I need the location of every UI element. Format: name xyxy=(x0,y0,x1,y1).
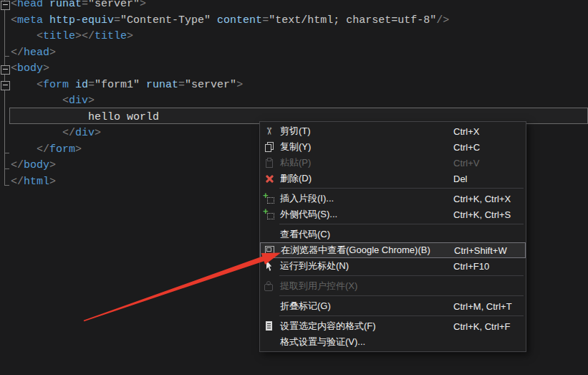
context-menu: 剪切(T)Ctrl+X复制(Y)Ctrl+C粘贴(P)Ctrl+V删除(D)De… xyxy=(259,121,526,352)
code-line[interactable]: <div> xyxy=(11,93,588,110)
code-token: = xyxy=(88,79,95,91)
code-token: = xyxy=(114,14,120,27)
code-token: "form1" xyxy=(95,79,140,91)
screenshot-root: { "colors": { "editor_background": "#1b1… xyxy=(0,0,588,375)
code-line[interactable]: <meta http-equiv="Content-Type" content=… xyxy=(11,13,588,29)
code-token: http-equiv xyxy=(43,14,114,27)
code-token: runat xyxy=(140,79,178,91)
code-token: ></ xyxy=(75,30,95,42)
scissors-icon xyxy=(263,125,276,137)
menu-item-run-to-cursor[interactable]: 运行到光标处(N)Ctrl+F10 xyxy=(260,258,526,274)
context-menu-items: 剪切(T)Ctrl+X复制(Y)Ctrl+C粘贴(P)Ctrl+V删除(D)De… xyxy=(260,123,526,350)
code-token: head xyxy=(24,47,49,59)
code-line[interactable]: <head runat="server"> xyxy=(11,0,588,13)
menu-item-copy[interactable]: 复制(Y)Ctrl+C xyxy=(260,139,526,155)
code-token: > xyxy=(43,62,49,75)
code-token: content xyxy=(211,14,262,27)
code-token: runat xyxy=(43,0,82,10)
surround-with-icon xyxy=(263,209,276,220)
code-line[interactable]: <form id="form1" runat="server"> xyxy=(11,77,588,94)
code-token: > xyxy=(95,127,101,139)
code-token: hello world xyxy=(11,111,159,123)
code-token: < xyxy=(11,30,43,42)
menu-item-collapse-tag[interactable]: 折叠标记(G)Ctrl+M, Ctrl+T xyxy=(260,298,526,314)
code-token: /> xyxy=(436,14,449,27)
code-token: form xyxy=(43,79,69,91)
code-token: id xyxy=(69,79,88,91)
code-token: body xyxy=(24,159,49,171)
code-token: body xyxy=(17,62,43,75)
menu-item-format-selection[interactable]: 设置选定内容的格式(F)Ctrl+K, Ctrl+F xyxy=(260,318,526,334)
code-token: = xyxy=(262,14,269,27)
menu-item-label: 删除(D) xyxy=(280,172,312,185)
menu-item-view-in-browser[interactable]: 在浏览器中查看(Google Chrome)(B)Ctrl+Shift+W xyxy=(260,242,526,258)
menu-item-label: 复制(Y) xyxy=(280,141,311,153)
menu-item-label: 查看代码(C) xyxy=(280,228,330,241)
code-token: > xyxy=(236,79,243,91)
fold-end-corner xyxy=(4,185,9,186)
code-token: < xyxy=(11,79,43,91)
menu-item-shortcut: Ctrl+K, Ctrl+F xyxy=(453,321,510,332)
menu-item-extract-user-control[interactable]: 提取到用户控件(X) xyxy=(260,278,526,294)
menu-item-view-code[interactable]: 查看代码(C) xyxy=(260,227,526,242)
menu-item-label: 外侧代码(S)... xyxy=(280,208,337,221)
code-token: > xyxy=(140,0,146,10)
menu-item-delete[interactable]: 删除(D)Del xyxy=(260,171,526,186)
code-token: = xyxy=(178,79,185,91)
code-token: "server" xyxy=(185,79,236,91)
fold-end-corner xyxy=(4,168,9,169)
menu-item-surround-with[interactable]: 外侧代码(S)...Ctrl+K, Ctrl+S xyxy=(260,207,526,222)
menu-item-label: 折叠标记(G) xyxy=(280,300,331,313)
menu-item-insert-snippet[interactable]: 插入片段(I)...Ctrl+K, Ctrl+X xyxy=(260,191,526,207)
code-token: html xyxy=(24,176,49,188)
code-token: > xyxy=(49,47,56,59)
menu-item-shortcut: Ctrl+X xyxy=(453,126,479,137)
code-token: div xyxy=(69,95,88,107)
code-token: < xyxy=(11,0,17,10)
code-token: "server" xyxy=(88,0,140,10)
menu-item-shortcut: Ctrl+C xyxy=(453,142,480,153)
menu-item-label: 设置选定内容的格式(F) xyxy=(280,320,376,333)
menu-item-label: 运行到光标处(N) xyxy=(280,260,349,272)
menu-item-label: 格式设置与验证(V)... xyxy=(280,336,365,348)
fold-collapse-box[interactable] xyxy=(1,81,10,90)
menu-item-label: 插入片段(I)... xyxy=(280,192,334,205)
code-token: > xyxy=(127,30,133,42)
code-line[interactable]: </head> xyxy=(11,45,588,62)
code-token: > xyxy=(75,143,82,156)
code-token: "Content-Type" xyxy=(120,14,211,27)
fold-end-corner xyxy=(4,56,9,57)
fold-guide-line xyxy=(4,0,5,185)
fold-collapse-box[interactable] xyxy=(1,65,10,75)
menu-item-label: 提取到用户控件(X) xyxy=(280,280,357,293)
code-token: </ xyxy=(11,127,75,139)
menu-item-shortcut: Ctrl+V xyxy=(453,158,479,168)
code-token: > xyxy=(49,159,56,171)
code-token: </ xyxy=(11,143,49,156)
code-token: meta xyxy=(17,14,43,27)
menu-item-paste[interactable]: 粘贴(P)Ctrl+V xyxy=(260,155,526,171)
code-line[interactable]: <title></title> xyxy=(11,29,588,45)
code-token: "text/html; charset=utf-8" xyxy=(269,14,436,27)
code-token: < xyxy=(11,14,17,27)
menu-item-label: 剪切(T) xyxy=(280,125,311,138)
code-token: </ xyxy=(11,159,24,171)
extract-user-control-icon xyxy=(263,280,276,292)
code-token: > xyxy=(49,176,56,188)
fold-end-corner xyxy=(4,153,9,153)
menu-item-label: 粘贴(P) xyxy=(280,156,311,169)
menu-item-shortcut: Ctrl+K, Ctrl+X xyxy=(453,194,511,204)
code-token: > xyxy=(88,95,95,107)
menu-item-format-and-validation[interactable]: 格式设置与验证(V)... xyxy=(260,334,526,350)
menu-item-shortcut: Ctrl+M, Ctrl+T xyxy=(453,301,512,312)
insert-snippet-icon xyxy=(263,193,276,204)
menu-item-label: 在浏览器中查看(Google Chrome)(B) xyxy=(281,244,430,257)
menu-item-cut[interactable]: 剪切(T)Ctrl+X xyxy=(260,123,526,139)
code-line[interactable]: <body> xyxy=(11,61,588,77)
code-token: title xyxy=(43,30,75,42)
fold-collapse-box[interactable] xyxy=(1,1,10,10)
code-token: </ xyxy=(11,176,24,188)
paste-icon xyxy=(263,157,276,168)
delete-icon xyxy=(263,173,276,184)
copy-icon xyxy=(263,141,276,153)
